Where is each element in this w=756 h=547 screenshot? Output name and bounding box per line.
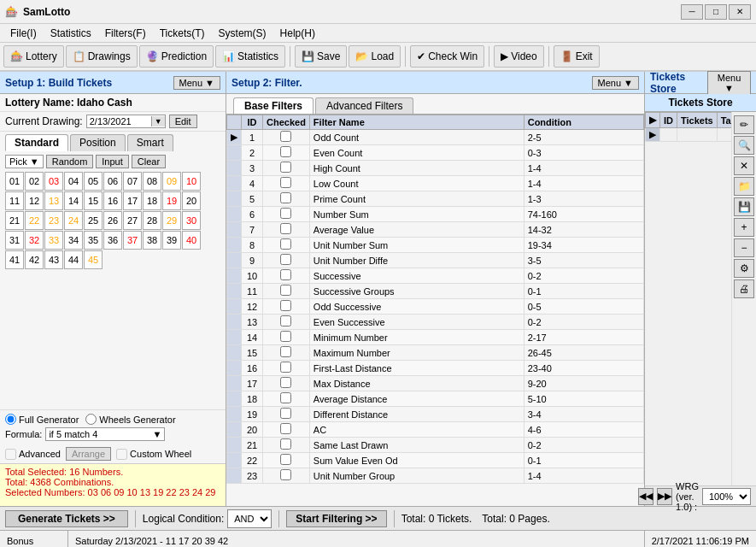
statistics-btn[interactable]: 📊 Statistics: [215, 45, 285, 68]
number-cell-05[interactable]: 05: [84, 172, 103, 191]
filter-checkbox[interactable]: [280, 223, 291, 234]
table-row[interactable]: 8 Unit Number Sum 19-34: [227, 238, 644, 253]
wheels-generator-radio[interactable]: Wheels Generator: [85, 414, 175, 425]
tab-standard[interactable]: Standard: [5, 134, 68, 151]
menu-filters[interactable]: Filters(F): [98, 26, 153, 40]
number-cell-41[interactable]: 41: [5, 250, 24, 269]
filter-checkbox-cell[interactable]: [263, 284, 310, 299]
number-cell-23[interactable]: 23: [44, 211, 63, 230]
filter-checkbox[interactable]: [280, 331, 291, 342]
table-row[interactable]: 5 Prime Count 1-3: [227, 191, 644, 207]
lottery-btn[interactable]: 🎰 Lottery: [3, 45, 64, 68]
filter-checkbox-cell[interactable]: [263, 253, 310, 268]
tool-folder-btn[interactable]: 📁: [734, 177, 754, 196]
table-row[interactable]: 18 Average Distance 5-10: [227, 391, 644, 407]
tab-position[interactable]: Position: [70, 134, 126, 151]
number-cell-38[interactable]: 38: [143, 231, 161, 250]
table-row[interactable]: 12 Odd Successive 0-5: [227, 299, 644, 315]
table-row[interactable]: 2 Even Count 0-3: [227, 145, 644, 161]
number-cell-21[interactable]: 21: [5, 211, 24, 230]
filter-checkbox-cell[interactable]: [263, 191, 310, 207]
custom-wheel-check[interactable]: Custom Wheel: [116, 449, 191, 460]
number-cell-45[interactable]: 45: [84, 250, 103, 269]
drawings-btn[interactable]: 📋 Drawings: [66, 45, 138, 68]
number-cell-42[interactable]: 42: [25, 250, 44, 269]
tool-edit-btn[interactable]: ✏: [734, 115, 754, 134]
number-cell-19[interactable]: 19: [162, 191, 181, 210]
filter-checkbox[interactable]: [280, 177, 291, 188]
table-row[interactable]: 13 Even Successive 0-2: [227, 315, 644, 330]
number-cell-06[interactable]: 06: [103, 172, 122, 191]
number-cell-43[interactable]: 43: [44, 250, 63, 269]
number-cell-08[interactable]: 08: [143, 172, 161, 191]
filter-checkbox[interactable]: [280, 285, 291, 296]
number-cell-13[interactable]: 13: [44, 191, 63, 210]
table-row[interactable]: 11 Successive Groups 0-1: [227, 284, 644, 299]
pick-dropdown[interactable]: Pick ▼: [5, 155, 44, 168]
filter-checkbox-cell[interactable]: [263, 130, 310, 145]
filter-checkbox-cell[interactable]: [263, 407, 310, 422]
filter-checkbox-cell[interactable]: [263, 453, 310, 468]
number-cell-14[interactable]: 14: [64, 191, 83, 210]
filter-checkbox[interactable]: [280, 269, 291, 280]
checkwin-btn[interactable]: ✔ Check Win: [410, 45, 484, 68]
menu-system[interactable]: System(S): [212, 26, 273, 40]
clear-btn[interactable]: Clear: [132, 155, 166, 168]
number-cell-37[interactable]: 37: [123, 231, 142, 250]
filter-checkbox[interactable]: [280, 162, 291, 173]
table-row[interactable]: 15 Maximum Number 26-45: [227, 345, 644, 361]
zoom-select[interactable]: 100% 50% 75% 125% 150%: [702, 488, 751, 505]
filter-checkbox[interactable]: [280, 208, 291, 219]
filter-checkbox[interactable]: [280, 408, 291, 419]
filter-checkbox[interactable]: [280, 315, 291, 326]
filter-checkbox-cell[interactable]: [263, 376, 310, 391]
number-cell-39[interactable]: 39: [162, 231, 181, 250]
prediction-btn[interactable]: 🔮 Prediction: [139, 45, 214, 68]
minimize-btn[interactable]: ─: [681, 4, 703, 20]
filter-checkbox[interactable]: [280, 146, 291, 157]
generate-tickets-btn[interactable]: Generate Tickets >>: [5, 510, 128, 527]
number-cell-25[interactable]: 25: [84, 211, 103, 230]
table-row[interactable]: 17 Max Distance 9-20: [227, 376, 644, 391]
table-row[interactable]: ▶ 1 Odd Count 2-5: [227, 130, 644, 145]
menu-file[interactable]: File(I): [3, 26, 44, 40]
tab-smart[interactable]: Smart: [127, 134, 173, 151]
menu-statistics[interactable]: Statistics: [44, 26, 98, 40]
input-btn[interactable]: Input: [96, 155, 128, 168]
maximize-btn[interactable]: □: [705, 4, 727, 20]
number-cell-01[interactable]: 01: [5, 172, 24, 191]
filter-checkbox[interactable]: [280, 254, 291, 265]
filter-checkbox[interactable]: [280, 454, 291, 465]
filter-checkbox[interactable]: [280, 392, 291, 403]
nav-prev-btn[interactable]: ◀◀: [638, 488, 653, 505]
table-row[interactable]: 23 Unit Number Group 1-4: [227, 468, 644, 484]
table-row[interactable]: 22 Sum Value Even Od 0-1: [227, 453, 644, 468]
number-cell-20[interactable]: 20: [182, 191, 201, 210]
number-cell-36[interactable]: 36: [103, 231, 122, 250]
random-btn[interactable]: Random: [46, 155, 94, 168]
arrange-btn[interactable]: Arrange: [66, 447, 111, 461]
tool-add-btn[interactable]: +: [734, 218, 754, 237]
number-cell-09[interactable]: 09: [162, 172, 181, 191]
tool-search-btn[interactable]: 🔍: [734, 136, 754, 155]
condition-select[interactable]: AND OR: [227, 509, 272, 528]
tool-delete-btn[interactable]: ✕: [734, 156, 754, 175]
number-cell-04[interactable]: 04: [64, 172, 83, 191]
filter-checkbox-cell[interactable]: [263, 422, 310, 438]
filter-checkbox-cell[interactable]: [263, 222, 310, 238]
mid-menu-btn[interactable]: Menu ▼: [592, 76, 639, 90]
filter-checkbox[interactable]: [280, 192, 291, 203]
table-row[interactable]: 21 Same Last Drawn 0-2: [227, 438, 644, 453]
number-cell-35[interactable]: 35: [84, 231, 103, 250]
nav-next-btn[interactable]: ▶▶: [657, 488, 672, 505]
number-cell-44[interactable]: 44: [64, 250, 83, 269]
number-cell-26[interactable]: 26: [103, 211, 122, 230]
number-cell-11[interactable]: 11: [5, 191, 24, 210]
filter-checkbox[interactable]: [280, 238, 291, 250]
filter-checkbox-cell[interactable]: [263, 391, 310, 407]
tool-remove-btn[interactable]: −: [734, 238, 754, 257]
table-row[interactable]: 20 AC 4-6: [227, 422, 644, 438]
filter-checkbox-cell[interactable]: [263, 238, 310, 253]
filter-checkbox-cell[interactable]: [263, 438, 310, 453]
start-filtering-btn[interactable]: Start Filtering >>: [286, 510, 386, 527]
